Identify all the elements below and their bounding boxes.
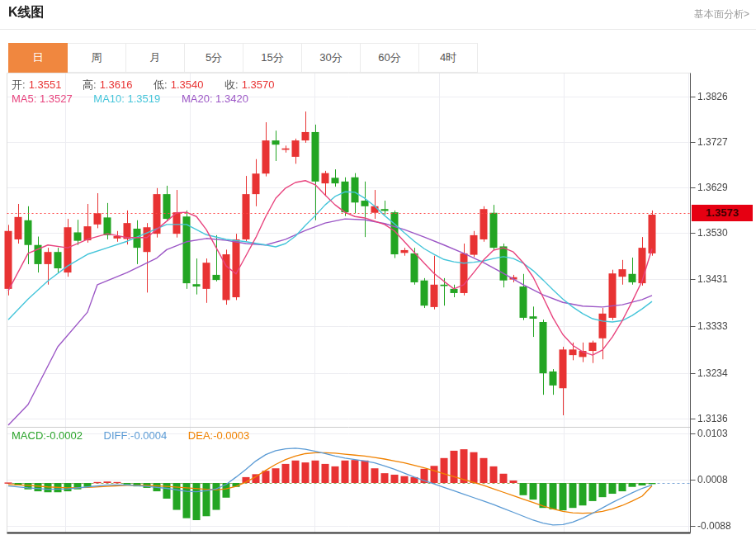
price-tick-4: 1.3431 [697,272,728,286]
period-tab-strip: 日 周 月 5分 15分 30分 60分 4时 [8,43,478,73]
low-value: 1.3540 [171,78,204,91]
price-tick-0: 1.3826 [697,90,728,103]
tab-month[interactable]: 月 [126,43,185,73]
macd-tick-1: 0.0008 [697,473,728,486]
price-tick-3: 1.3530 [697,226,728,239]
close-label: 收: [224,78,239,91]
macd-tick-0: 0.0103 [697,427,728,440]
price-tick-5: 1.3333 [697,320,728,333]
ma5-legend: MA5: 1.3527 [12,92,73,105]
ma10-legend: MA10: 1.3519 [93,92,160,105]
title-divider [0,29,756,30]
macd-tick-2: -0.0088 [697,519,731,533]
dea-value-legend: DEA:-0.0003 [188,429,249,442]
macd-value-legend: MACD:-0.0002 [12,429,83,442]
high-value: 1.3616 [100,78,133,91]
low-label: 低: [154,78,168,91]
tab-60min[interactable]: 60分 [361,43,419,73]
fundamental-analysis-link[interactable]: 基本面分析> [694,7,749,21]
macd-legend: MACD:-0.0002 DIFF:-0.0004 DEA:-0.0003 [12,429,253,442]
page-title: K线图 [8,4,45,21]
price-tick-2: 1.3629 [697,181,728,194]
ohlc-legend: 开:1.3551 高:1.3616 低:1.3540 收:1.3570 [12,78,277,92]
tab-week[interactable]: 周 [68,43,126,73]
tab-30min[interactable]: 30分 [302,43,361,73]
open-label: 开: [12,78,26,91]
tab-day[interactable]: 日 [8,43,68,73]
kline-page: K线图 基本面分析> 日 周 月 5分 15分 30分 60分 4时 开:1.3… [0,0,756,535]
diff-value-legend: DIFF:-0.0004 [104,429,168,442]
tab-4hour[interactable]: 4时 [419,43,478,73]
current-price-badge: 1.3573 [692,205,753,221]
price-tick-7: 1.3136 [697,412,728,425]
open-value: 1.3551 [29,78,62,91]
price-tick-6: 1.3234 [697,367,728,380]
tab-5min[interactable]: 5分 [185,43,243,73]
ma-legend: MA5: 1.3527 MA10: 1.3519 MA20: 1.3420 [12,92,252,105]
ma20-legend: MA20: 1.3420 [182,92,248,105]
tab-15min[interactable]: 15分 [243,43,302,73]
close-value: 1.3570 [242,78,275,91]
high-label: 高: [83,78,97,91]
price-tick-1: 1.3727 [697,135,728,149]
